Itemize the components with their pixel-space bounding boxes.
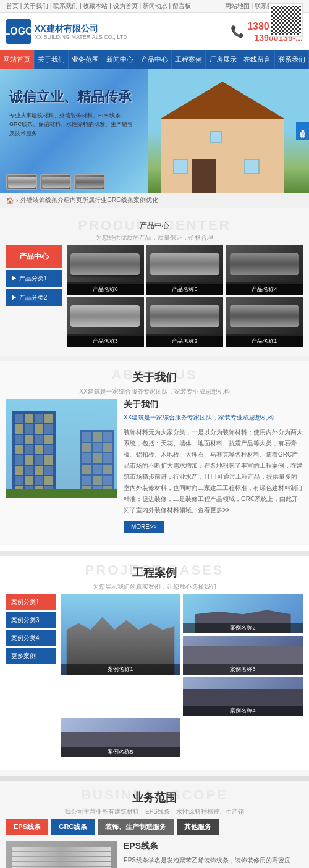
products-subtitle: 为您提供优质的产品，质量保证，价格合理 — [0, 234, 309, 242]
case-category-1[interactable]: 案例分类1 — [6, 594, 56, 610]
case-category-4[interactable]: 案例分类4 — [6, 630, 56, 646]
nav-item-products[interactable]: 产品中心 — [137, 50, 172, 69]
nav-item-contact[interactable]: 联系我们 — [275, 50, 310, 69]
about-section-subtitle: XX建筑是一家综合服务专家团队，家装专业成思想机构 — [124, 413, 303, 422]
product-name-1: 产品名称1 — [226, 336, 303, 347]
business-tag-eps[interactable]: EPS线条 — [6, 819, 48, 835]
hero-banner: 诚信立业、精品传承 专业从事建筑材料、外墙装饰材料、EPS线条、GRC线条、保温… — [0, 69, 309, 193]
product-card-3[interactable]: 产品名称3 — [67, 297, 144, 347]
case-sub-5[interactable]: 案例名称5 — [61, 718, 180, 757]
cases-inner: 案例分类1 案例分类3 案例分类4 更多案例 案例名称1 案例名称2 — [0, 594, 309, 757]
breadcrumb: 🏠 › 外墙装饰线条介绍内页所属行业GRC线条案例优化 — [0, 193, 309, 208]
products-sidebar-title: 产品中心 — [6, 245, 62, 268]
business-section: BUSINESS SCOPE 业务范围 我公司主营业务有建筑材料、EPS线条、水… — [0, 770, 309, 868]
banner-product-2 — [40, 174, 71, 190]
cases-section: PROJECT CASES 工程案例 为您展示我们的真实案例，让您放心选择我们 … — [0, 545, 309, 770]
top-bar: 首页 | 关于我们 | 联系我们 | 收藏本站 | 设为首页 | 新闻动态 | … — [0, 0, 309, 13]
business-eps-image — [6, 841, 117, 868]
case-sub-2[interactable]: 案例名称2 — [183, 594, 303, 633]
product-card-1[interactable]: 产品名称1 — [226, 297, 303, 347]
eps-strips — [6, 841, 117, 868]
eps-strip-2 — [12, 852, 111, 856]
nav-item-home[interactable]: 网站首页 — [0, 50, 35, 69]
header: LOGO XX建材有限公司 XX BUILDING MATERIALS CO.,… — [0, 13, 309, 50]
nav-item-cases[interactable]: 工程案例 — [172, 50, 206, 69]
nav-item-factory[interactable]: 厂房展示 — [206, 50, 240, 69]
about-section-title: 关于我们 — [124, 399, 303, 410]
case-name-5: 案例名称5 — [61, 747, 180, 757]
case-name-2: 案例名称2 — [183, 623, 303, 633]
about-inner: 关于我们 XX建筑是一家综合服务专家团队，家装专业成思想机构 装饰材料无为大家分… — [0, 399, 309, 533]
case-name-3: 案例名称3 — [183, 664, 303, 675]
product-img-4 — [226, 245, 303, 282]
contact-widget[interactable]: 在线客服 ▼ — [296, 122, 309, 140]
cases-title-cn: 工程案例 — [0, 565, 309, 580]
product-img-2 — [146, 297, 224, 334]
about-section: ABOUT US 关于我们 XX建筑是一家综合服务专家团队，家装专业成思想机构 — [0, 356, 309, 545]
product-name-5: 产品名称5 — [146, 284, 224, 295]
nav-item-about[interactable]: 关于我们 — [35, 50, 69, 69]
business-title-container: BUSINESS SCOPE 业务范围 我公司主营业务有建筑材料、EPS线条、水… — [0, 781, 309, 819]
about-more-button[interactable]: MORE>> — [124, 521, 164, 533]
eps-strip-4 — [12, 862, 111, 866]
banner-title: 诚信立业、精品传承 — [9, 88, 133, 106]
products-section: PRODUCT CENTER 产品中心 为您提供优质的产品，质量保证，价格合理 … — [0, 208, 309, 356]
logo-area: LOGO XX建材有限公司 XX BUILDING MATERIALS CO.,… — [6, 19, 127, 44]
nav-item-news[interactable]: 新闻中心 — [103, 50, 138, 69]
product-name-2: 产品名称2 — [146, 336, 224, 347]
product-img-6 — [67, 245, 144, 282]
top-bar-left: 首页 | 关于我们 | 联系我们 | 收藏本站 | 设为首页 | 新闻动态 | … — [6, 2, 191, 11]
products-title-container: PRODUCT CENTER 产品中心 为您提供优质的产品，质量保证，价格合理 — [0, 211, 309, 245]
product-name-6: 产品名称6 — [67, 284, 144, 295]
products-category-1[interactable]: ▶ 产品分类1 — [6, 270, 62, 287]
business-eps-text: EPS线条学名是发泡聚苯乙烯装饰线条，装饰装修用的高密度EPS泡沫产品，是一款一… — [124, 855, 303, 868]
banner-product-1 — [6, 174, 37, 190]
case-category-3[interactable]: 案例分类3 — [6, 612, 56, 628]
case-sub-3[interactable]: 案例名称3 — [183, 636, 303, 675]
products-title-cn: 产品中心 — [0, 221, 309, 231]
product-card-2[interactable]: 产品名称2 — [146, 297, 224, 347]
business-tags: EPS线条 GRC线条 装饰、生产制造服务 其他服务 — [0, 819, 309, 841]
banner-product-images — [6, 174, 105, 190]
products-sidebar: 产品中心 ▶ 产品分类1 ▶ 产品分类2 — [6, 245, 62, 347]
case-sub-4[interactable]: 案例名称4 — [183, 677, 303, 716]
breadcrumb-home[interactable]: 🏠 — [6, 197, 14, 204]
company-name-cn: XX建材有限公司 — [35, 23, 127, 34]
business-tag-grc[interactable]: GRC线条 — [51, 819, 95, 835]
product-name-3: 产品名称3 — [67, 336, 144, 347]
main-nav: 网站首页 关于我们 业务范围 新闻中心 产品中心 工程案例 厂房展示 在线留言 … — [0, 50, 309, 69]
nav-item-message[interactable]: 在线留言 — [240, 50, 275, 69]
company-name: XX建材有限公司 XX BUILDING MATERIALS CO., LTD — [35, 23, 127, 40]
about-building-image — [6, 399, 117, 498]
product-name-4: 产品名称4 — [226, 284, 303, 295]
about-subtitle: XX建筑是一家综合服务专家团队，家装专业成思想机构 — [0, 387, 309, 396]
company-name-en: XX BUILDING MATERIALS CO., LTD — [35, 34, 127, 40]
banner-product-3 — [74, 174, 105, 190]
cases-sidebar: 案例分类1 案例分类3 案例分类4 更多案例 — [6, 594, 56, 757]
about-title-container: ABOUT US 关于我们 XX建筑是一家综合服务专家团队，家装专业成思想机构 — [0, 361, 309, 399]
product-img-5 — [146, 245, 224, 282]
nav-item-business[interactable]: 业务范围 — [69, 50, 103, 69]
breadcrumb-current: 外墙装饰线条介绍内页所属行业GRC线条案例优化 — [20, 196, 158, 204]
case-more[interactable]: 更多案例 — [6, 648, 56, 664]
business-inner: EPS线条 EPS线条学名是发泡聚苯乙烯装饰线条，装饰装修用的高密度EPS泡沫产… — [0, 841, 309, 868]
product-card-5[interactable]: 产品名称5 — [146, 245, 224, 295]
business-tag-service[interactable]: 装饰、生产制造服务 — [98, 819, 174, 835]
products-grid: 产品名称6 产品名称5 产品名称4 产品名称3 — [67, 245, 303, 347]
product-card-6[interactable]: 产品名称6 — [67, 245, 144, 295]
about-content: 关于我们 XX建筑是一家综合服务专家团队，家装专业成思想机构 装饰材料无为大家分… — [124, 399, 303, 533]
about-title-cn: 关于我们 — [0, 370, 309, 385]
cases-grid: 案例名称1 案例名称2 案例名称3 — [61, 594, 303, 757]
logo-icon: LOGO — [6, 19, 31, 44]
products-category-2[interactable]: ▶ 产品分类2 — [6, 289, 62, 306]
product-card-4[interactable]: 产品名称4 — [226, 245, 303, 295]
business-content: EPS线条 EPS线条学名是发泡聚苯乙烯装饰线条，装饰装修用的高密度EPS泡沫产… — [124, 841, 303, 868]
case-main-image[interactable]: 案例名称1 — [61, 594, 180, 675]
eps-strip-3 — [12, 857, 111, 861]
cases-sub-column: 案例名称2 案例名称3 — [183, 594, 303, 675]
case-name-1: 案例名称1 — [61, 664, 180, 675]
eps-strip-1 — [12, 847, 111, 851]
cases-title-container: PROJECT CASES 工程案例 为您展示我们的真实案例，让您放心选择我们 — [0, 556, 309, 594]
banner-text-area: 诚信立业、精品传承 专业从事建筑材料、外墙装饰材料、EPS线条、GRC线条、保温… — [9, 88, 133, 138]
business-tag-other[interactable]: 其他服务 — [177, 819, 219, 835]
